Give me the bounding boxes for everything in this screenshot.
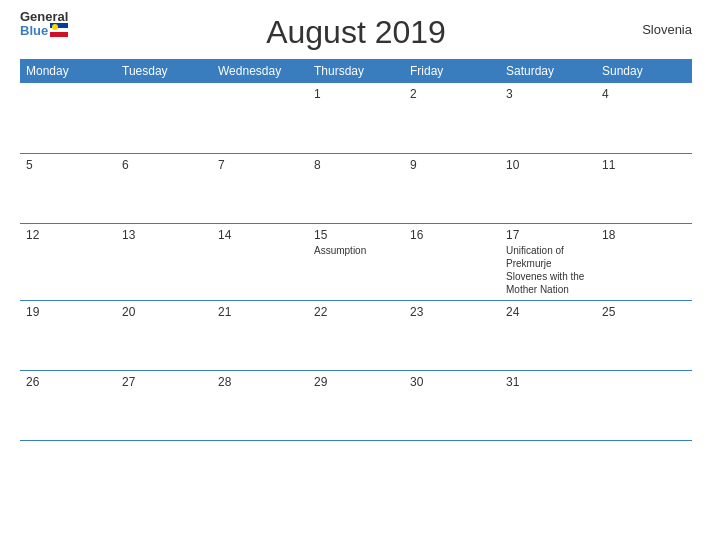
day-event: Assumption [314,244,398,257]
calendar-day: 13 [116,223,212,300]
weekday-header-row: Monday Tuesday Wednesday Thursday Friday… [20,59,692,83]
calendar-day: 5 [20,153,116,223]
day-number: 7 [218,158,302,172]
calendar-week-row: 12131415Assumption1617Unification of Pre… [20,223,692,300]
day-number: 10 [506,158,590,172]
calendar-day: 16 [404,223,500,300]
day-number: 11 [602,158,686,172]
calendar-day [116,83,212,153]
weekday-friday: Friday [404,59,500,83]
day-number: 30 [410,375,494,389]
calendar-day: 2 [404,83,500,153]
day-number: 22 [314,305,398,319]
calendar-day: 18 [596,223,692,300]
day-number: 17 [506,228,590,242]
day-number: 13 [122,228,206,242]
calendar-header: Monday Tuesday Wednesday Thursday Friday… [20,59,692,83]
header: General Blue August 2019 Slovenia [0,0,712,59]
day-number: 31 [506,375,590,389]
calendar-week-row: 262728293031 [20,370,692,440]
day-number: 20 [122,305,206,319]
calendar-week-row: 19202122232425 [20,300,692,370]
calendar-day: 28 [212,370,308,440]
calendar-day: 25 [596,300,692,370]
day-number: 14 [218,228,302,242]
weekday-monday: Monday [20,59,116,83]
day-number: 3 [506,87,590,101]
calendar-day: 6 [116,153,212,223]
calendar-day [596,370,692,440]
day-number: 19 [26,305,110,319]
calendar-day [20,83,116,153]
calendar-week-row: 1234 [20,83,692,153]
calendar-day: 10 [500,153,596,223]
calendar-day: 3 [500,83,596,153]
day-number: 28 [218,375,302,389]
calendar-day: 1 [308,83,404,153]
day-number: 27 [122,375,206,389]
calendar-day: 17Unification of Prekmurje Slovenes with… [500,223,596,300]
day-number: 21 [218,305,302,319]
weekday-sunday: Sunday [596,59,692,83]
day-number: 2 [410,87,494,101]
day-number: 6 [122,158,206,172]
day-event: Unification of Prekmurje Slovenes with t… [506,244,590,296]
weekday-thursday: Thursday [308,59,404,83]
logo-general-text: General [20,10,68,23]
calendar-day: 7 [212,153,308,223]
month-title: August 2019 [266,14,446,51]
calendar-table: Monday Tuesday Wednesday Thursday Friday… [20,59,692,441]
calendar-day: 12 [20,223,116,300]
calendar-day: 19 [20,300,116,370]
calendar-day: 31 [500,370,596,440]
day-number: 9 [410,158,494,172]
calendar-day: 23 [404,300,500,370]
weekday-wednesday: Wednesday [212,59,308,83]
calendar-day: 11 [596,153,692,223]
calendar-day: 21 [212,300,308,370]
calendar-day: 24 [500,300,596,370]
weekday-tuesday: Tuesday [116,59,212,83]
day-number: 25 [602,305,686,319]
day-number: 16 [410,228,494,242]
day-number: 15 [314,228,398,242]
day-number: 24 [506,305,590,319]
calendar-day: 30 [404,370,500,440]
day-number: 4 [602,87,686,101]
day-number: 5 [26,158,110,172]
calendar-day: 29 [308,370,404,440]
calendar-day: 20 [116,300,212,370]
day-number: 8 [314,158,398,172]
calendar-day: 9 [404,153,500,223]
calendar-day: 15Assumption [308,223,404,300]
calendar-day: 8 [308,153,404,223]
calendar-day: 22 [308,300,404,370]
day-number: 18 [602,228,686,242]
calendar-day: 26 [20,370,116,440]
logo: General Blue [20,10,68,37]
country-label: Slovenia [642,22,692,37]
calendar-week-row: 567891011 [20,153,692,223]
page: General Blue August 2019 Slovenia Monday… [0,0,712,550]
calendar-day: 27 [116,370,212,440]
day-number: 29 [314,375,398,389]
logo-flag-icon [50,23,68,37]
calendar-day [212,83,308,153]
day-number: 23 [410,305,494,319]
day-number: 1 [314,87,398,101]
calendar-body: 123456789101112131415Assumption1617Unifi… [20,83,692,440]
calendar-day: 4 [596,83,692,153]
day-number: 26 [26,375,110,389]
logo-blue-text: Blue [20,23,68,37]
weekday-saturday: Saturday [500,59,596,83]
day-number: 12 [26,228,110,242]
calendar-day: 14 [212,223,308,300]
